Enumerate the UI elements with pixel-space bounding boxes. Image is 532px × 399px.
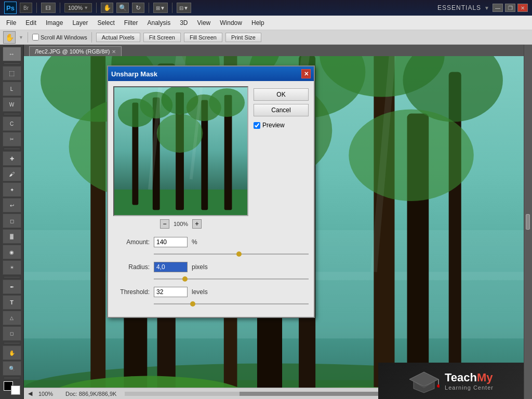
menu-analysis[interactable]: Analysis — [143, 17, 175, 29]
tab-label: Лес2.JPG @ 100% (RGB/8#) — [35, 48, 110, 55]
tool-crop[interactable]: C — [3, 116, 21, 131]
view-icon[interactable]: ⊞▼ — [153, 3, 168, 13]
radius-slider-thumb[interactable] — [182, 276, 188, 282]
preview-zoom-plus-button[interactable]: + — [192, 219, 202, 229]
arrange-icon[interactable]: ⊟▼ — [177, 3, 191, 13]
threshold-slider-thumb[interactable] — [190, 301, 195, 307]
print-size-btn[interactable]: Print Size — [225, 33, 261, 42]
menu-file[interactable]: File — [2, 17, 20, 29]
status-arrow-left[interactable]: ◀ — [28, 390, 32, 397]
tool-dodge[interactable]: ☀ — [3, 260, 21, 275]
tool-move[interactable]: ↔ — [3, 47, 21, 61]
preview-checkbox-group: Preview — [254, 122, 309, 129]
actual-pixels-btn[interactable]: Actual Pixels — [96, 33, 140, 42]
tool-sep3 — [4, 149, 20, 149]
fill-screen-btn[interactable]: Fill Screen — [184, 33, 222, 42]
preview-zoom-minus-button[interactable]: − — [160, 219, 169, 229]
preview-svg — [114, 87, 247, 215]
menu-view[interactable]: View — [193, 17, 215, 29]
preview-box[interactable] — [113, 86, 248, 216]
tool-text[interactable]: T — [3, 295, 21, 310]
scroll-bar[interactable] — [125, 392, 507, 396]
threshold-slider-row — [113, 299, 309, 312]
amount-slider-row — [113, 249, 309, 262]
tool-history[interactable]: ↩ — [3, 198, 21, 212]
hand-icon[interactable]: ✋ — [101, 3, 113, 13]
status-arrow-right[interactable]: ▶ — [515, 390, 520, 397]
zoom-display[interactable]: 100% ▼ — [64, 3, 92, 12]
radius-input[interactable] — [154, 262, 188, 272]
essentials-dropdown-icon[interactable]: ▼ — [484, 5, 489, 11]
dialog-preview-area: − 100% + — [113, 86, 248, 229]
foreground-background-color[interactable] — [4, 381, 20, 395]
radius-slider-track — [154, 278, 309, 280]
menu-filter[interactable]: Filter — [120, 17, 142, 29]
amount-slider-track — [154, 254, 309, 255]
tool-zoom[interactable]: 🔍 — [3, 361, 21, 376]
dialog-controls: OK Cancel Preview — [254, 86, 309, 229]
amount-slider-thumb[interactable] — [236, 251, 242, 257]
amount-slider-container[interactable] — [154, 250, 309, 258]
title-bar: Ps Br 🎞 100% ▼ ✋ 🔍 ↻ ⊞▼ ⊟▼ ESSENTIALS ▼ … — [0, 0, 532, 16]
zoom-tool-icon[interactable]: 🔍 — [116, 3, 129, 13]
radius-slider-container[interactable] — [154, 275, 309, 283]
dialog-close-button[interactable]: ✕ — [301, 69, 311, 78]
tool-blur[interactable]: ◉ — [3, 245, 21, 259]
tool-healing[interactable]: ✚ — [3, 151, 21, 166]
tool-magic[interactable]: W — [3, 97, 21, 112]
restore-button[interactable]: ❐ — [505, 4, 515, 12]
hand-tool-dropdown[interactable]: ▼ — [19, 35, 23, 40]
close-app-button[interactable]: ✕ — [517, 4, 528, 12]
dialog-ok-button[interactable]: OK — [254, 88, 309, 101]
tool-stamp[interactable]: ✦ — [3, 182, 21, 197]
dialog-body: − 100% + OK Cancel Preview — [108, 81, 314, 234]
menu-image[interactable]: Image — [42, 17, 67, 29]
canvas-tab[interactable]: Лес2.JPG @ 100% (RGB/8#) ✕ — [29, 46, 122, 56]
separator — [36, 3, 37, 13]
tool-hand[interactable]: ✋ — [3, 345, 21, 360]
tool-lasso[interactable]: L — [3, 82, 21, 96]
menu-select[interactable]: Select — [93, 17, 118, 29]
minimize-button[interactable]: — — [493, 4, 503, 12]
threshold-input[interactable] — [154, 287, 188, 297]
hand-tool-btn[interactable]: ✋ — [3, 31, 16, 44]
menu-3d[interactable]: 3D — [176, 17, 192, 29]
bridge-button[interactable]: Br — [20, 3, 32, 13]
tool-sep4 — [4, 277, 20, 277]
amount-row: Amount: % — [113, 237, 309, 247]
zoom-dropdown-icon: ▼ — [84, 5, 88, 10]
menu-edit[interactable]: Edit — [21, 17, 41, 29]
dialog-title-bar: Unsharp Mask ✕ — [108, 66, 314, 81]
scroll-handle[interactable] — [526, 214, 530, 230]
preview-checkbox[interactable] — [254, 122, 260, 129]
tool-path[interactable]: △ — [3, 311, 21, 325]
tool-brush[interactable]: 🖌 — [3, 167, 21, 181]
dialog-cancel-button[interactable]: Cancel — [254, 104, 309, 116]
tool-shape[interactable]: ◻ — [3, 326, 21, 341]
tool-marquee[interactable]: ⬚ — [3, 66, 21, 81]
fit-screen-btn[interactable]: Fit Screen — [143, 33, 181, 42]
amount-input[interactable] — [154, 237, 188, 247]
menu-window[interactable]: Window — [216, 17, 246, 29]
essentials-label: ESSENTIALS — [437, 4, 481, 11]
menu-help[interactable]: Help — [247, 17, 269, 29]
separator2 — [60, 3, 60, 13]
menu-layer[interactable]: Layer — [68, 17, 92, 29]
options-bar: ✋ ▼ Scroll All Windows Actual Pixels Fit… — [0, 30, 532, 45]
rotate-icon[interactable]: ↻ — [132, 3, 144, 13]
tool-eraser[interactable]: ◻ — [3, 214, 21, 228]
dialog-params: Amount: % Radius: pixels — [108, 234, 314, 317]
tool-gradient[interactable]: ▓ — [3, 229, 21, 244]
scroll-all-windows-checkbox[interactable] — [32, 34, 39, 41]
filmstrip-button[interactable]: 🎞 — [41, 3, 56, 13]
tab-close-icon[interactable]: ✕ — [112, 49, 116, 55]
options-sep1 — [28, 32, 28, 43]
preview-label[interactable]: Preview — [262, 122, 285, 129]
scroll-all-windows-label[interactable]: Scroll All Windows — [41, 34, 87, 41]
tool-slice[interactable]: ✂ — [3, 132, 21, 147]
tool-pen[interactable]: ✒ — [3, 280, 21, 294]
threshold-slider-container[interactable] — [154, 300, 309, 308]
tool-sep2 — [4, 114, 20, 114]
status-bar: ◀ 100% Doc: 886,9K/886,9K ▶ — [24, 388, 524, 399]
tool-sep6 — [4, 378, 20, 378]
